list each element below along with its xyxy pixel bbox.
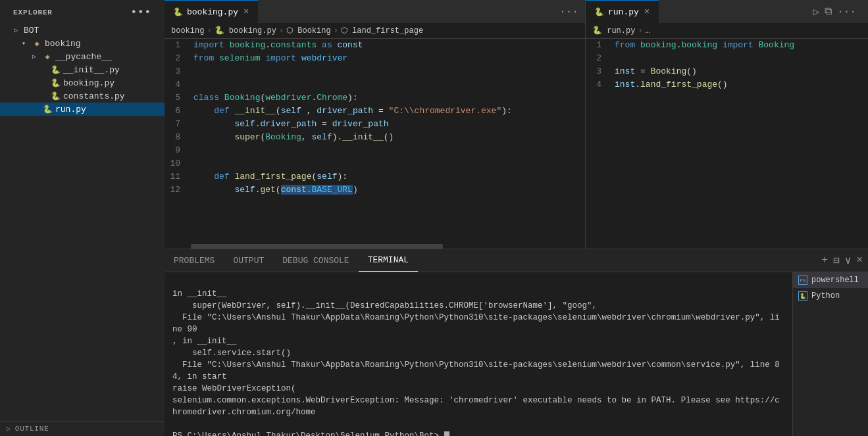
breadcrumb-land-first-page[interactable]: ⬡ land_first_page xyxy=(341,26,423,36)
table-row: 1 from booking.booking import Booking xyxy=(586,39,868,52)
left-more-icon: ··· xyxy=(559,6,578,18)
breadcrumb-run-py[interactable]: 🐍 run.py xyxy=(592,26,635,36)
left-tab-bar: 🐍 booking.py × ··· xyxy=(165,0,585,23)
sidebar-item-pycache[interactable]: ▷ ◈ __pycache__ xyxy=(0,50,165,63)
outline-section[interactable]: ▷ OUTLINE xyxy=(0,421,165,436)
file-tree: ▷ BOT ▾ ◈ booking ▷ ◈ __pycache__ 🐍 __in… xyxy=(0,22,165,117)
table-row: 7 self.driver_path = driver_path xyxy=(165,118,585,131)
right-tab-run-py[interactable]: 🐍 run.py × xyxy=(586,0,659,23)
terminal-controls: + ⊟ ∨ × xyxy=(817,254,869,267)
sidebar-item-booking-py[interactable]: 🐍 booking.py xyxy=(0,76,165,89)
table-row: 8 super(Booking, self).__init__() xyxy=(165,131,585,144)
table-row: 4 xyxy=(165,78,585,91)
table-row: 4 inst.land_first_page() xyxy=(586,78,868,91)
terminal-close-icon[interactable]: × xyxy=(856,254,863,266)
init-py-icon: 🐍 xyxy=(50,64,61,75)
breadcrumb-booking[interactable]: booking xyxy=(171,26,204,36)
python-label: Python xyxy=(811,291,840,301)
left-scrollbar[interactable] xyxy=(165,242,585,249)
powershell-label: powershell xyxy=(811,276,859,285)
editor-area: 🐍 booking.py × ··· booking › 🐍 booking.p… xyxy=(165,0,868,436)
run-icon[interactable]: ▷ xyxy=(813,5,820,18)
outline-label: OUTLINE xyxy=(15,425,49,433)
tab-debug-console[interactable]: DEBUG CONSOLE xyxy=(273,249,358,272)
right-more-dots-icon[interactable]: ··· xyxy=(837,6,856,18)
table-row: 3 inst = Booking() xyxy=(586,65,868,78)
sidebar-item-constants[interactable]: 🐍 constants.py xyxy=(0,89,165,103)
right-terminal-panel: PS powershell 🐍 Python xyxy=(792,272,868,436)
breadcrumb-booking-py[interactable]: 🐍 booking.py xyxy=(215,26,276,36)
terminal-add-icon[interactable]: + xyxy=(822,254,829,266)
right-tab-close[interactable]: × xyxy=(643,7,651,17)
booking-py-icon: 🐍 xyxy=(50,78,61,88)
sidebar-item-booking[interactable]: ▾ ◈ booking xyxy=(0,37,165,50)
left-code-content[interactable]: 1 import booking.constants as const 2 fr… xyxy=(165,39,585,242)
terminal-tab-bar: PROBLEMS OUTPUT DEBUG CONSOLE TERMINAL +… xyxy=(165,249,868,272)
terminal-content[interactable]: in __init__ super(WebDriver, self).__ini… xyxy=(165,272,792,436)
table-row: 11 def land_first_page(self): xyxy=(165,170,585,183)
powershell-icon: PS xyxy=(798,276,807,285)
pycache-arrow-icon: ▷ xyxy=(29,51,39,62)
breadcrumb-booking-class[interactable]: ⬡ Booking xyxy=(286,26,331,36)
left-tab-booking-py[interactable]: 🐍 booking.py × xyxy=(165,0,258,23)
constants-py-label: constants.py xyxy=(63,91,125,101)
split-editor-icon[interactable]: ⧉ xyxy=(825,5,832,18)
right-breadcrumb: 🐍 run.py › … xyxy=(586,23,868,39)
left-editor-pane: 🐍 booking.py × ··· booking › 🐍 booking.p… xyxy=(165,0,586,249)
sidebar: EXPLORER ••• ▷ BOT ▾ ◈ booking ▷ ◈ __pyc… xyxy=(0,0,165,436)
rt-tab-python[interactable]: 🐍 Python xyxy=(793,288,868,304)
python-terminal-icon: 🐍 xyxy=(798,291,807,301)
right-code-content[interactable]: 1 from booking.booking import Booking 2 … xyxy=(586,39,868,249)
left-tab-icon: 🐍 xyxy=(172,7,183,17)
booking-py-label: booking.py xyxy=(63,78,115,88)
left-tab-label: booking.py xyxy=(187,7,238,17)
table-row: 2 xyxy=(586,52,868,65)
booking-folder-icon: ◈ xyxy=(32,38,42,49)
table-row: 2 from selenium import webdriver xyxy=(165,52,585,65)
terminal-cursor xyxy=(444,431,449,436)
right-pane-controls: ▷ ⧉ ··· xyxy=(808,5,861,18)
right-tab-bar: 🐍 run.py × ▷ ⧉ ··· xyxy=(586,0,868,23)
sidebar-item-init[interactable]: 🐍 __init__.py xyxy=(0,63,165,76)
editors-row: 🐍 booking.py × ··· booking › 🐍 booking.p… xyxy=(165,0,868,249)
booking-folder-label: booking xyxy=(45,39,81,49)
tab-output[interactable]: OUTPUT xyxy=(224,249,273,272)
table-row: 1 import booking.constants as const xyxy=(165,39,585,52)
table-row: 6 def __init__(self , driver_path = "C:\… xyxy=(165,105,585,118)
sidebar-item-run[interactable]: 🐍 run.py xyxy=(0,103,165,116)
sidebar-item-bot[interactable]: ▷ BOT xyxy=(0,24,165,37)
table-row: 5 class Booking(webdriver.Chrome): xyxy=(165,91,585,105)
table-row: 9 xyxy=(165,144,585,157)
terminal-row: in __init__ super(WebDriver, self).__ini… xyxy=(165,272,868,436)
left-tab-close[interactable]: × xyxy=(242,7,250,17)
explorer-title: EXPLORER ••• xyxy=(0,0,165,22)
right-tab-icon: 🐍 xyxy=(594,7,604,17)
left-tab-more[interactable]: ··· xyxy=(553,0,585,23)
right-tab-label: run.py xyxy=(608,7,639,17)
terminal-split-icon[interactable]: ⊟ xyxy=(833,254,840,267)
terminal-panel: PROBLEMS OUTPUT DEBUG CONSOLE TERMINAL +… xyxy=(165,249,868,436)
right-tab-more: ▷ ⧉ ··· xyxy=(802,0,868,23)
init-py-label: __init__.py xyxy=(63,65,120,75)
pycache-folder-icon: ◈ xyxy=(42,51,53,62)
booking-arrow-icon: ▾ xyxy=(18,38,29,49)
right-editor-pane: 🐍 run.py × ▷ ⧉ ··· 🐍 run.py › xyxy=(586,0,868,249)
bot-arrow-icon: ▷ xyxy=(11,25,21,36)
rt-tab-powershell[interactable]: PS powershell xyxy=(793,272,868,288)
terminal-chevron-icon[interactable]: ∨ xyxy=(845,254,852,267)
explorer-more-icon[interactable]: ••• xyxy=(131,7,151,18)
tab-problems[interactable]: PROBLEMS xyxy=(165,249,224,272)
right-code-table: 1 from booking.booking import Booking 2 … xyxy=(586,39,868,91)
outline-arrow-icon: ▷ xyxy=(7,425,11,433)
table-row: 12 self.get(const.BASE_URL) xyxy=(165,183,585,197)
constants-py-icon: 🐍 xyxy=(50,91,61,101)
breadcrumb-ellipsis[interactable]: … xyxy=(646,26,650,36)
run-py-label: run.py xyxy=(55,105,86,114)
left-code-table: 1 import booking.constants as const 2 fr… xyxy=(165,39,585,197)
tab-terminal[interactable]: TERMINAL xyxy=(359,249,418,272)
left-breadcrumb: booking › 🐍 booking.py › ⬡ Booking › ⬡ l… xyxy=(165,23,585,39)
run-py-icon: 🐍 xyxy=(42,104,53,114)
table-row: 10 xyxy=(165,157,585,170)
bot-label: BOT xyxy=(24,26,39,36)
table-row: 3 xyxy=(165,65,585,78)
